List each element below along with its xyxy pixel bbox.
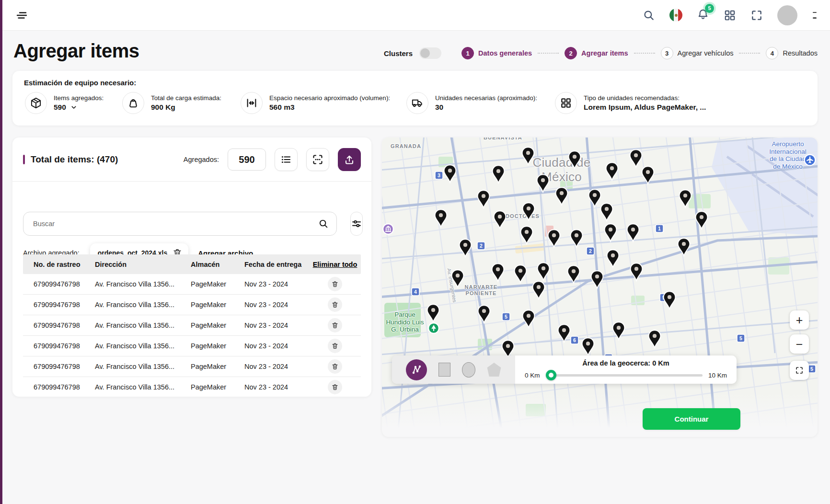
list-view-button[interactable]	[275, 148, 298, 171]
delete-row-button[interactable]	[328, 339, 342, 353]
map-pin[interactable]	[493, 165, 505, 183]
scan-button[interactable]	[306, 148, 329, 171]
added-count-box[interactable]: 590	[228, 149, 266, 171]
map-pin[interactable]	[558, 324, 570, 342]
cell-warehouse: PageMaker	[191, 363, 244, 370]
map-pin[interactable]	[582, 338, 594, 355]
map-pin[interactable]	[523, 310, 535, 328]
geofence-slider[interactable]	[546, 370, 703, 380]
map-pin[interactable]	[478, 305, 490, 323]
filters-button[interactable]	[350, 212, 363, 236]
map-zoom-in-button[interactable]: +	[790, 310, 809, 330]
map-fullscreen-button[interactable]	[790, 361, 809, 380]
map-pin[interactable]	[515, 265, 527, 283]
delete-row-button[interactable]	[328, 380, 342, 394]
stepper-step-3[interactable]: 3Agregar vehículos	[661, 47, 734, 59]
fullscreen-icon[interactable]	[750, 9, 763, 22]
slider-track[interactable]	[546, 374, 703, 377]
map-pin[interactable]	[538, 263, 550, 280]
step-label: Resultados	[783, 49, 818, 57]
map-pin[interactable]	[649, 330, 661, 348]
delete-row-button[interactable]	[328, 277, 342, 291]
map-pin[interactable]	[664, 291, 676, 309]
map-panel[interactable]: GRANADABUENAVISTACiudad de MéxicoDOCTORE…	[382, 137, 818, 437]
search-input[interactable]	[33, 220, 318, 228]
map-pin[interactable]	[630, 149, 642, 167]
map-pin[interactable]	[427, 304, 439, 322]
map-pin[interactable]	[521, 226, 533, 244]
map-pin[interactable]	[494, 211, 506, 229]
svg-text:2: 2	[480, 243, 483, 249]
table-row: 679099476798Av. Francisco Villa 1356...P…	[23, 295, 361, 315]
map-pin[interactable]	[478, 190, 490, 208]
search-icon[interactable]	[643, 9, 655, 22]
map-pin[interactable]	[568, 265, 580, 283]
map-pin[interactable]	[571, 229, 583, 247]
map-pin[interactable]	[460, 239, 472, 257]
delete-row-button[interactable]	[328, 318, 342, 332]
notifications-badge: 5	[705, 4, 714, 13]
kebab-icon[interactable]	[812, 11, 818, 20]
delete-all-button[interactable]: Eliminar todo	[313, 261, 357, 268]
menu-icon[interactable]	[14, 8, 29, 23]
continue-button[interactable]: Continuar	[643, 408, 740, 430]
svg-text:5: 5	[505, 314, 507, 320]
slider-knob[interactable]	[546, 370, 556, 380]
road-shield: 2	[587, 247, 594, 255]
step-label: Agregar items	[581, 49, 628, 57]
map-pin[interactable]	[492, 263, 504, 281]
map-pin[interactable]	[533, 281, 545, 299]
map-pin[interactable]	[605, 224, 617, 241]
estimation-value: 30	[435, 103, 537, 112]
avatar[interactable]	[777, 5, 797, 25]
map-pin[interactable]	[537, 174, 549, 192]
map-pin[interactable]	[444, 165, 456, 183]
map-pin[interactable]	[452, 270, 464, 287]
stepper-step-2[interactable]: 2Agregar items	[565, 47, 628, 59]
items-count-dropdown[interactable]: 590	[54, 103, 104, 112]
map-pin[interactable]	[591, 271, 603, 288]
stepper-step-1[interactable]: 1Datos generales	[461, 47, 532, 59]
stepper-step-4[interactable]: 4Resultados	[766, 47, 818, 59]
circle-icon[interactable]	[462, 362, 475, 378]
delete-row-button[interactable]	[328, 359, 342, 374]
map-pin[interactable]	[435, 209, 447, 227]
clusters-toggle[interactable]	[419, 47, 441, 59]
flag-mexico-icon[interactable]	[669, 9, 682, 22]
map-pin[interactable]	[607, 250, 619, 267]
pentagon-icon[interactable]	[487, 363, 501, 377]
delete-row-button[interactable]	[328, 298, 342, 312]
table-row: 679099476798Av. Francisco Villa 1356...P…	[23, 336, 361, 356]
route-icon[interactable]	[406, 359, 427, 380]
map-pin[interactable]	[631, 263, 643, 281]
map-zoom-out-button[interactable]: −	[790, 334, 809, 354]
square-icon[interactable]	[438, 363, 450, 377]
list-icon	[280, 154, 292, 165]
items-total-title: Total de items: (470)	[23, 154, 118, 165]
truck-icon	[406, 92, 428, 114]
cell-date: Nov 23 - 2024	[244, 301, 309, 309]
map-pin[interactable]	[627, 224, 639, 241]
map-pin[interactable]	[569, 151, 581, 169]
map-pin[interactable]	[523, 203, 535, 220]
map-pin[interactable]	[613, 322, 625, 340]
cell-date: Nov 23 - 2024	[244, 321, 309, 329]
title-accent-bar	[23, 155, 25, 164]
map-pin[interactable]	[696, 211, 708, 229]
estimation-item: Total de carga estimada:900 Kg	[122, 92, 221, 114]
map-pin[interactable]	[680, 190, 692, 207]
apps-grid-icon[interactable]	[724, 9, 736, 22]
map-pin[interactable]	[522, 147, 534, 165]
map-pin[interactable]	[601, 203, 613, 221]
map-pin[interactable]	[678, 238, 690, 256]
upload-button[interactable]	[338, 148, 361, 171]
map-pin[interactable]	[606, 162, 618, 180]
map-pin[interactable]	[548, 229, 560, 247]
map-pin[interactable]	[589, 189, 601, 207]
search-icon	[318, 218, 329, 229]
step-number: 2	[565, 47, 577, 59]
cell-date: Nov 23 - 2024	[244, 363, 309, 370]
map-pin[interactable]	[642, 166, 654, 184]
cell-date: Nov 23 - 2024	[244, 342, 309, 350]
map-pin[interactable]	[556, 187, 568, 205]
